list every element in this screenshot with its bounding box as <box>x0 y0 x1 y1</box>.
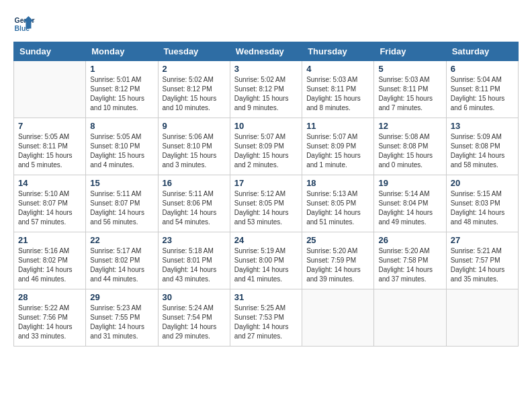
cell-info: Sunrise: 5:02 AMSunset: 8:12 PMDaylight:… <box>163 75 226 113</box>
calendar-cell: 28Sunrise: 5:22 AMSunset: 7:56 PMDayligh… <box>14 289 86 347</box>
week-row-4: 21Sunrise: 5:16 AMSunset: 8:02 PMDayligh… <box>14 232 519 289</box>
day-number: 17 <box>234 178 298 188</box>
cell-info: Sunrise: 5:14 AMSunset: 8:04 PMDaylight:… <box>378 189 441 227</box>
calendar-cell <box>446 289 518 347</box>
cell-info: Sunrise: 5:05 AMSunset: 8:11 PMDaylight:… <box>18 132 81 170</box>
calendar-cell: 15Sunrise: 5:11 AMSunset: 8:07 PMDayligh… <box>86 175 158 232</box>
cell-info: Sunrise: 5:08 AMSunset: 8:08 PMDaylight:… <box>378 132 441 170</box>
cell-info: Sunrise: 5:11 AMSunset: 8:07 PMDaylight:… <box>90 189 153 227</box>
cell-info: Sunrise: 5:21 AMSunset: 7:57 PMDaylight:… <box>451 246 514 284</box>
calendar-cell: 11Sunrise: 5:07 AMSunset: 8:09 PMDayligh… <box>302 118 374 175</box>
day-number: 16 <box>163 178 226 188</box>
day-header-tuesday: Tuesday <box>158 42 230 61</box>
week-row-1: 1Sunrise: 5:01 AMSunset: 8:12 PMDaylight… <box>14 61 519 118</box>
cell-info: Sunrise: 5:07 AMSunset: 8:09 PMDaylight:… <box>234 132 298 170</box>
day-number: 29 <box>90 292 153 302</box>
day-number: 21 <box>18 235 81 245</box>
cell-info: Sunrise: 5:03 AMSunset: 8:11 PMDaylight:… <box>378 75 441 113</box>
calendar-cell: 21Sunrise: 5:16 AMSunset: 8:02 PMDayligh… <box>14 232 86 289</box>
week-row-5: 28Sunrise: 5:22 AMSunset: 7:56 PMDayligh… <box>14 289 519 347</box>
cell-info: Sunrise: 5:05 AMSunset: 8:10 PMDaylight:… <box>90 132 153 170</box>
cell-info: Sunrise: 5:04 AMSunset: 8:11 PMDaylight:… <box>451 75 514 113</box>
day-number: 30 <box>163 292 226 302</box>
day-number: 4 <box>306 64 369 74</box>
calendar-cell: 19Sunrise: 5:14 AMSunset: 8:04 PMDayligh… <box>374 175 446 232</box>
day-number: 3 <box>234 64 298 74</box>
cell-info: Sunrise: 5:22 AMSunset: 7:56 PMDaylight:… <box>18 304 81 341</box>
calendar-cell: 22Sunrise: 5:17 AMSunset: 8:02 PMDayligh… <box>86 232 158 289</box>
cell-info: Sunrise: 5:15 AMSunset: 8:03 PMDaylight:… <box>451 189 514 227</box>
day-number: 2 <box>163 64 226 74</box>
calendar-cell: 2Sunrise: 5:02 AMSunset: 8:12 PMDaylight… <box>158 61 230 118</box>
day-header-saturday: Saturday <box>446 42 518 61</box>
calendar-cell: 20Sunrise: 5:15 AMSunset: 8:03 PMDayligh… <box>446 175 518 232</box>
cell-info: Sunrise: 5:19 AMSunset: 8:00 PMDaylight:… <box>234 246 298 284</box>
logo-icon: General Blue <box>13 13 35 35</box>
cell-info: Sunrise: 5:16 AMSunset: 8:02 PMDaylight:… <box>18 246 81 284</box>
day-number: 14 <box>18 178 81 188</box>
day-number: 13 <box>451 121 514 131</box>
day-number: 31 <box>234 292 298 302</box>
day-number: 11 <box>306 121 369 131</box>
calendar-cell: 5Sunrise: 5:03 AMSunset: 8:11 PMDaylight… <box>374 61 446 118</box>
calendar-cell: 29Sunrise: 5:23 AMSunset: 7:55 PMDayligh… <box>86 289 158 347</box>
cell-info: Sunrise: 5:02 AMSunset: 8:12 PMDaylight:… <box>234 75 298 113</box>
cell-info: Sunrise: 5:18 AMSunset: 8:01 PMDaylight:… <box>163 246 226 284</box>
cell-info: Sunrise: 5:23 AMSunset: 7:55 PMDaylight:… <box>90 304 153 341</box>
calendar-cell: 31Sunrise: 5:25 AMSunset: 7:53 PMDayligh… <box>230 289 302 347</box>
calendar-cell <box>302 289 374 347</box>
calendar-cell: 17Sunrise: 5:12 AMSunset: 8:05 PMDayligh… <box>230 175 302 232</box>
week-row-2: 7Sunrise: 5:05 AMSunset: 8:11 PMDaylight… <box>14 118 519 175</box>
calendar-cell: 23Sunrise: 5:18 AMSunset: 8:01 PMDayligh… <box>158 232 230 289</box>
day-number: 5 <box>378 64 441 74</box>
calendar-cell: 7Sunrise: 5:05 AMSunset: 8:11 PMDaylight… <box>14 118 86 175</box>
day-header-monday: Monday <box>86 42 158 61</box>
day-number: 27 <box>451 235 514 245</box>
day-header-thursday: Thursday <box>302 42 374 61</box>
calendar-cell: 10Sunrise: 5:07 AMSunset: 8:09 PMDayligh… <box>230 118 302 175</box>
day-number: 28 <box>18 292 81 302</box>
logo: General Blue <box>13 13 35 35</box>
cell-info: Sunrise: 5:01 AMSunset: 8:12 PMDaylight:… <box>90 75 153 113</box>
calendar-cell: 25Sunrise: 5:20 AMSunset: 7:59 PMDayligh… <box>302 232 374 289</box>
calendar-cell: 12Sunrise: 5:08 AMSunset: 8:08 PMDayligh… <box>374 118 446 175</box>
day-number: 24 <box>234 235 298 245</box>
cell-info: Sunrise: 5:09 AMSunset: 8:08 PMDaylight:… <box>451 132 514 170</box>
cell-info: Sunrise: 5:20 AMSunset: 7:58 PMDaylight:… <box>378 246 441 284</box>
calendar-cell: 6Sunrise: 5:04 AMSunset: 8:11 PMDaylight… <box>446 61 518 118</box>
day-number: 7 <box>18 121 81 131</box>
day-number: 22 <box>90 235 153 245</box>
day-number: 15 <box>90 178 153 188</box>
day-header-friday: Friday <box>374 42 446 61</box>
calendar-cell: 16Sunrise: 5:11 AMSunset: 8:06 PMDayligh… <box>158 175 230 232</box>
calendar-table: SundayMondayTuesdayWednesdayThursdayFrid… <box>13 42 519 347</box>
week-row-3: 14Sunrise: 5:10 AMSunset: 8:07 PMDayligh… <box>14 175 519 232</box>
calendar-cell: 4Sunrise: 5:03 AMSunset: 8:11 PMDaylight… <box>302 61 374 118</box>
cell-info: Sunrise: 5:11 AMSunset: 8:06 PMDaylight:… <box>163 189 226 227</box>
calendar-cell: 24Sunrise: 5:19 AMSunset: 8:00 PMDayligh… <box>230 232 302 289</box>
calendar-cell: 18Sunrise: 5:13 AMSunset: 8:05 PMDayligh… <box>302 175 374 232</box>
page-header: General Blue <box>13 13 519 35</box>
cell-info: Sunrise: 5:24 AMSunset: 7:54 PMDaylight:… <box>163 304 226 341</box>
cell-info: Sunrise: 5:17 AMSunset: 8:02 PMDaylight:… <box>90 246 153 284</box>
day-number: 25 <box>306 235 369 245</box>
day-number: 6 <box>451 64 514 74</box>
calendar-cell: 9Sunrise: 5:06 AMSunset: 8:10 PMDaylight… <box>158 118 230 175</box>
day-number: 18 <box>306 178 369 188</box>
day-number: 19 <box>378 178 441 188</box>
cell-info: Sunrise: 5:07 AMSunset: 8:09 PMDaylight:… <box>306 132 369 170</box>
calendar-cell <box>374 289 446 347</box>
calendar-cell: 1Sunrise: 5:01 AMSunset: 8:12 PMDaylight… <box>86 61 158 118</box>
day-header-wednesday: Wednesday <box>230 42 302 61</box>
cell-info: Sunrise: 5:25 AMSunset: 7:53 PMDaylight:… <box>234 304 298 341</box>
day-number: 8 <box>90 121 153 131</box>
calendar-cell: 13Sunrise: 5:09 AMSunset: 8:08 PMDayligh… <box>446 118 518 175</box>
cell-info: Sunrise: 5:12 AMSunset: 8:05 PMDaylight:… <box>234 189 298 227</box>
calendar-cell: 8Sunrise: 5:05 AMSunset: 8:10 PMDaylight… <box>86 118 158 175</box>
day-number: 20 <box>451 178 514 188</box>
day-header-row: SundayMondayTuesdayWednesdayThursdayFrid… <box>14 42 519 61</box>
cell-info: Sunrise: 5:10 AMSunset: 8:07 PMDaylight:… <box>18 189 81 227</box>
day-number: 10 <box>234 121 298 131</box>
cell-info: Sunrise: 5:03 AMSunset: 8:11 PMDaylight:… <box>306 75 369 113</box>
calendar-cell: 3Sunrise: 5:02 AMSunset: 8:12 PMDaylight… <box>230 61 302 118</box>
